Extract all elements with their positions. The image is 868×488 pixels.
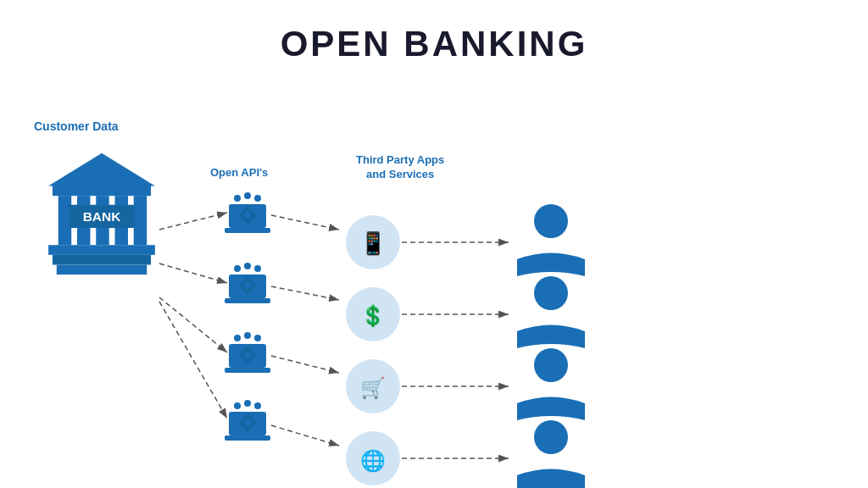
svg-point-74 <box>244 400 251 407</box>
svg-rect-48 <box>229 344 266 368</box>
svg-point-46 <box>534 276 568 310</box>
svg-point-43 <box>346 287 400 341</box>
svg-line-59 <box>271 356 339 373</box>
svg-point-39 <box>234 265 241 272</box>
svg-point-57 <box>244 332 251 339</box>
svg-point-34 <box>244 282 251 289</box>
svg-rect-20 <box>239 214 242 217</box>
svg-point-17 <box>244 212 251 219</box>
customer-data-label: Customer Data <box>34 119 119 133</box>
svg-point-16 <box>241 208 254 222</box>
svg-text:🌐: 🌐 <box>360 448 386 473</box>
svg-line-30 <box>159 263 227 283</box>
diagram-svg: 📱 💲 <box>0 73 868 488</box>
svg-rect-70 <box>246 428 249 431</box>
svg-point-67 <box>241 416 254 430</box>
svg-point-40 <box>244 263 251 269</box>
svg-point-68 <box>244 419 251 426</box>
svg-line-64 <box>159 302 227 419</box>
svg-rect-72 <box>253 421 256 424</box>
svg-point-29 <box>534 204 568 238</box>
svg-rect-6 <box>134 196 147 245</box>
svg-rect-55 <box>253 353 256 357</box>
svg-rect-36 <box>246 291 249 294</box>
svg-text:BANK: BANK <box>83 209 122 224</box>
svg-rect-21 <box>253 214 256 217</box>
svg-rect-49 <box>225 368 270 373</box>
svg-line-13 <box>159 213 227 230</box>
svg-rect-9 <box>48 245 155 255</box>
svg-point-73 <box>234 402 241 409</box>
svg-rect-18 <box>246 207 249 210</box>
svg-rect-69 <box>246 414 249 418</box>
svg-point-22 <box>234 195 241 202</box>
svg-rect-11 <box>57 264 147 274</box>
svg-text:🛒: 🛒 <box>360 375 386 400</box>
svg-rect-65 <box>229 412 266 435</box>
svg-marker-0 <box>48 153 155 186</box>
svg-text:📱: 📱 <box>359 230 387 257</box>
svg-rect-54 <box>239 353 242 357</box>
svg-point-23 <box>244 192 251 199</box>
svg-rect-53 <box>246 360 249 363</box>
svg-rect-52 <box>246 347 249 350</box>
svg-rect-31 <box>229 274 266 298</box>
svg-point-41 <box>254 265 261 272</box>
svg-rect-15 <box>225 228 270 233</box>
svg-rect-1 <box>53 185 151 197</box>
svg-rect-37 <box>239 284 242 287</box>
svg-point-33 <box>241 279 254 292</box>
svg-text:💲: 💲 <box>360 303 386 328</box>
svg-rect-10 <box>53 255 151 265</box>
svg-point-75 <box>254 402 261 409</box>
svg-point-26 <box>346 215 400 269</box>
svg-rect-38 <box>253 284 256 287</box>
svg-point-80 <box>534 420 568 454</box>
svg-line-42 <box>271 286 339 300</box>
svg-rect-35 <box>246 277 249 280</box>
third-party-label: Third Party Apps and Services <box>356 153 444 182</box>
svg-point-51 <box>244 352 251 358</box>
svg-point-24 <box>254 195 261 202</box>
svg-point-56 <box>234 335 241 341</box>
svg-line-47 <box>159 297 227 352</box>
svg-point-58 <box>254 335 261 341</box>
diagram-area: Customer Data BANK Open API's <box>0 73 868 488</box>
svg-point-77 <box>346 431 400 485</box>
svg-rect-32 <box>225 298 270 303</box>
open-apis-label: Open API's <box>210 166 268 179</box>
svg-point-60 <box>346 359 400 413</box>
page-title: OPEN BANKING <box>0 0 868 73</box>
svg-rect-71 <box>239 421 242 424</box>
svg-line-76 <box>271 425 339 446</box>
svg-line-25 <box>271 215 339 230</box>
svg-rect-19 <box>246 220 249 224</box>
bank-icon: BANK <box>47 149 157 280</box>
svg-point-63 <box>534 348 568 382</box>
svg-rect-66 <box>225 435 270 441</box>
svg-point-50 <box>241 348 254 362</box>
svg-rect-14 <box>229 204 266 228</box>
